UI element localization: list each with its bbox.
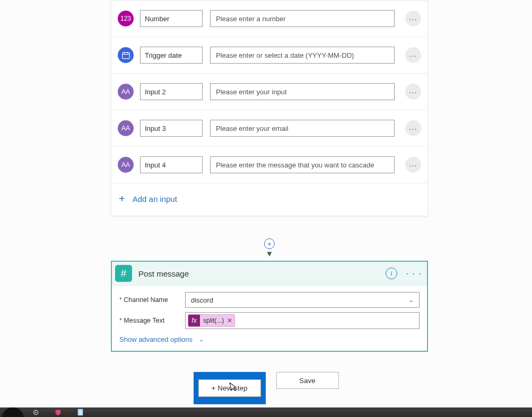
text-icon: AA	[118, 157, 134, 173]
input-row-number: 123 Number Please enter a number ···	[111, 1, 428, 37]
chevron-down-icon: ⌄	[408, 296, 414, 304]
input-name-field[interactable]: Input 2	[140, 83, 203, 100]
slack-icon: #	[115, 265, 132, 282]
message-label: * Message Text	[119, 317, 185, 324]
input-name-field[interactable]: Input 3	[140, 120, 203, 137]
number-icon: 123	[118, 11, 134, 26]
security-icon[interactable]	[53, 407, 63, 417]
advanced-label: Show advanced options	[119, 335, 193, 343]
start-button[interactable]	[2, 407, 23, 417]
plus-icon: +	[119, 193, 125, 205]
input-desc-field[interactable]: Please enter your email	[210, 120, 395, 137]
input-row-menu-button[interactable]: ···	[405, 120, 421, 136]
input-row-menu-button[interactable]: ···	[405, 84, 421, 100]
input-desc-field[interactable]: Please enter or select a date (YYYY-MM-D…	[210, 47, 395, 64]
svg-rect-0	[122, 52, 129, 58]
channel-label: * Channel Name	[119, 296, 185, 304]
trigger-card: 123 Number Please enter a number ··· Tri…	[111, 0, 428, 216]
text-icon: AA	[118, 120, 134, 136]
svg-point-5	[35, 412, 36, 413]
info-icon[interactable]: i	[386, 268, 397, 279]
new-step-label: + New step	[212, 384, 248, 392]
text-icon: AA	[118, 84, 134, 100]
channel-name-value: discord	[191, 296, 213, 304]
footer-actions: + New step Save	[0, 372, 532, 404]
connector: + ▼	[264, 238, 275, 258]
field-message-text: * Message Text fx split(...) ✕	[119, 312, 420, 329]
show-advanced-options[interactable]: Show advanced options ⌄	[119, 333, 420, 345]
fx-icon: fx	[188, 315, 200, 326]
add-input-button[interactable]: + Add an input	[111, 183, 428, 216]
token-text: split(...)	[203, 317, 224, 324]
input-row-menu-button[interactable]: ···	[405, 11, 421, 26]
action-menu-button[interactable]: · · ·	[406, 268, 422, 279]
input-name-field[interactable]: Number	[140, 10, 203, 27]
channel-name-dropdown[interactable]: discord ⌄	[185, 292, 420, 308]
input-row-input2: AA Input 2 Please enter your input ···	[111, 74, 428, 110]
calendar-icon	[118, 47, 134, 63]
save-button[interactable]: Save	[276, 372, 339, 389]
svg-rect-6	[77, 409, 82, 415]
chevron-down-icon: ⌄	[199, 336, 204, 343]
input-desc-field[interactable]: Please enter your input	[210, 83, 395, 100]
input-row-input4: AA Input 4 Please enter the message that…	[111, 147, 428, 183]
insert-step-button[interactable]: +	[264, 238, 275, 249]
expression-token[interactable]: fx split(...) ✕	[188, 314, 235, 327]
input-row-trigger-date: Trigger date Please enter or select a da…	[111, 37, 428, 74]
input-name-field[interactable]: Trigger date	[140, 47, 203, 64]
action-body: * Channel Name discord ⌄ * Message Text …	[112, 286, 427, 351]
remove-token-icon[interactable]: ✕	[227, 317, 232, 324]
taskbar	[0, 407, 532, 417]
action-title: Post message	[138, 269, 386, 278]
add-input-label: Add an input	[133, 194, 177, 203]
save-label: Save	[299, 377, 316, 385]
message-text-input[interactable]: fx split(...) ✕	[185, 312, 420, 329]
input-row-menu-button[interactable]: ···	[405, 47, 421, 63]
field-channel-name: * Channel Name discord ⌄	[119, 292, 420, 308]
input-desc-field[interactable]: Please enter a number	[210, 10, 395, 27]
new-step-button[interactable]: + New step	[198, 379, 261, 397]
input-name-field[interactable]: Input 4	[140, 156, 203, 173]
action-card-post-message: # Post message i · · · * Channel Name di…	[111, 261, 428, 352]
input-row-menu-button[interactable]: ···	[405, 157, 421, 173]
settings-icon[interactable]	[31, 407, 40, 417]
notepad-icon[interactable]	[75, 407, 85, 417]
input-desc-field[interactable]: Please enter the message that you want t…	[210, 156, 395, 173]
arrow-down-icon: ▼	[264, 250, 275, 258]
input-row-input3: AA Input 3 Please enter your email ···	[111, 110, 428, 147]
action-header[interactable]: # Post message i · · ·	[112, 262, 427, 286]
new-step-highlight: + New step	[194, 372, 266, 404]
